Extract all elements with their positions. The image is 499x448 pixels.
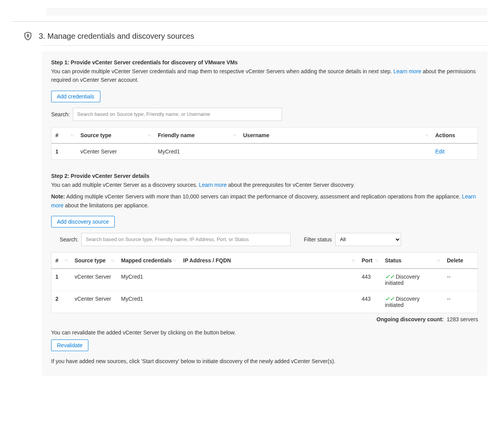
revalidate-text: You can revalidate the added vCenter Ser… <box>51 329 478 336</box>
ds-row-mapped: MyCred1 <box>117 291 179 313</box>
check-icon: ✓✓ <box>385 296 394 302</box>
step2-learn-more-link-1[interactable]: Learn more <box>199 182 227 188</box>
shield-key-icon <box>23 31 33 41</box>
sort-icon: ↑↓ <box>375 259 378 262</box>
step2-note: Note: Adding multiple vCenter Servers wi… <box>51 192 478 210</box>
ds-row-ip <box>179 269 358 291</box>
ds-col-status[interactable]: Status↑↓ <box>381 252 443 269</box>
ds-row-port: 443 <box>358 269 381 291</box>
filter-status-label: Filter status <box>304 236 332 243</box>
cred-col-num[interactable]: #↑↓ <box>52 127 77 143</box>
cred-col-friendly-name[interactable]: Friendly name↑↓ <box>154 127 239 143</box>
ds-row-status: ✓✓Discovery initiated <box>381 291 443 313</box>
step2-desc1-pre: You can add multiple vCenter Server as a… <box>51 182 199 188</box>
main-panel: Step 1: Provide vCenter Server credentia… <box>42 52 487 376</box>
top-divider <box>12 21 487 22</box>
step2-description: You can add multiple vCenter Server as a… <box>51 181 478 189</box>
ds-col-port[interactable]: Port↑↓ <box>358 252 381 269</box>
credentials-table: #↑↓ Source type↑↓ Friendly name↑↓ Userna… <box>51 127 478 160</box>
ds-row-source-type: vCenter Server <box>71 291 117 313</box>
revalidate-button[interactable]: Revalidate <box>51 339 88 351</box>
ds-row-port: 443 <box>358 291 381 313</box>
note-post: about the limitations per appliance. <box>64 202 149 208</box>
cred-row-num: 1 <box>55 148 59 155</box>
ds-row-num: 1 <box>55 274 59 280</box>
step1-search-input[interactable] <box>73 108 282 121</box>
table-row: 1 vCenter Server MyCred1 Edit <box>52 143 478 160</box>
add-discovery-source-button[interactable]: Add discovery source <box>51 216 115 227</box>
cred-col-username[interactable]: Username↑↓ <box>239 127 432 143</box>
step2-desc1-post: about the prerequisites for vCenter Serv… <box>227 182 354 188</box>
ongoing-discovery-count: Ongoing discovery count: 1283 servers <box>51 316 478 322</box>
ds-row-mapped: MyCred1 <box>117 269 179 291</box>
table-row: 1 vCenter Server MyCred1 443 ✓✓Discovery… <box>52 269 478 291</box>
step2-search-label: Search: <box>60 236 78 243</box>
note-pre: Adding multiple vCenter Servers with mor… <box>65 193 462 200</box>
note-label: Note: <box>51 193 65 200</box>
sort-icon: ↑↓ <box>425 134 428 137</box>
step2-title: Step 2: Provide vCenter Server details <box>51 173 478 179</box>
ds-row-ip <box>179 291 358 313</box>
ds-col-num[interactable]: #↑↓ <box>52 252 71 269</box>
ds-col-delete: Delete <box>443 252 478 269</box>
discovery-sources-table: #↑↓ Source type↑↓ Mapped credentials↑↓ I… <box>51 252 478 313</box>
sort-icon: ↑↓ <box>233 134 236 137</box>
ds-row-num: 2 <box>55 296 59 302</box>
heading-divider <box>42 45 487 46</box>
check-icon: ✓✓ <box>385 274 394 280</box>
cred-col-actions: Actions <box>432 127 478 143</box>
start-discovery-hint: If you have added new sources, click 'St… <box>51 358 478 364</box>
step1-title: Step 1: Provide vCenter Server credentia… <box>51 59 478 65</box>
cred-row-source-type: vCenter Server <box>77 143 154 160</box>
ds-col-ip[interactable]: IP Address / FQDN↑↓ <box>179 252 358 269</box>
top-spacer <box>46 8 487 16</box>
sort-icon: ↑↓ <box>173 259 176 262</box>
step2-search-input[interactable] <box>81 233 291 246</box>
page-title: 3. Manage credentials and discovery sour… <box>39 32 194 41</box>
sort-icon: ↑↓ <box>65 259 68 262</box>
filter-status-select[interactable]: All <box>335 233 401 246</box>
step1-learn-more-link[interactable]: Learn more <box>394 68 422 74</box>
sort-icon: ↑↓ <box>437 259 440 262</box>
step1-description: You can provide multiple vCenter Server … <box>51 67 478 84</box>
add-credentials-button[interactable]: Add credentials <box>51 91 100 102</box>
cred-row-username <box>239 143 432 160</box>
sort-icon: ↑↓ <box>352 259 355 262</box>
table-row: 2 vCenter Server MyCred1 443 ✓✓Discovery… <box>52 291 478 313</box>
sort-icon: ↑↓ <box>111 259 114 262</box>
edit-credentials-link[interactable]: Edit <box>435 148 445 155</box>
cred-col-source-type[interactable]: Source type↑↓ <box>77 127 154 143</box>
ds-row-status: ✓✓Discovery initiated <box>381 269 443 291</box>
step1-desc-pre: You can provide multiple vCenter Server … <box>51 68 394 74</box>
step1-search-label: Search: <box>51 111 70 117</box>
ds-row-source-type: vCenter Server <box>71 269 117 291</box>
svg-point-0 <box>27 34 29 36</box>
sort-icon: ↑↓ <box>148 134 151 137</box>
ds-col-mapped-cred[interactable]: Mapped credentials↑↓ <box>117 252 179 269</box>
ds-row-delete: -- <box>443 291 478 313</box>
sort-icon: ↑↓ <box>71 134 74 137</box>
ds-col-source-type[interactable]: Source type↑↓ <box>71 252 117 269</box>
ds-row-delete: -- <box>443 269 478 291</box>
cred-row-friendly-name: MyCred1 <box>154 143 239 160</box>
